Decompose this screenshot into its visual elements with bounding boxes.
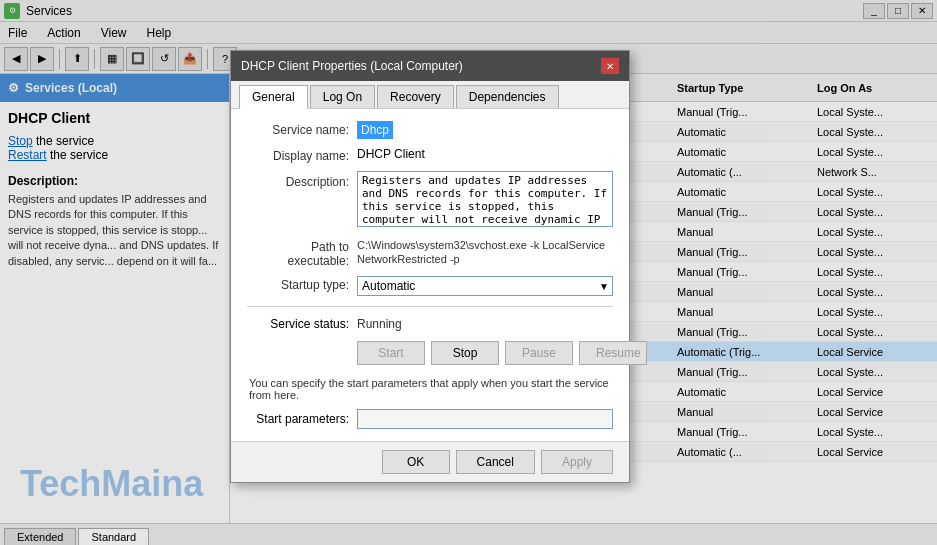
dialog-overlay: DHCP Client Properties (Local Computer) … [0, 0, 937, 545]
dialog-tab-bar: General Log On Recovery Dependencies [231, 81, 629, 109]
status-label: Service status: [247, 317, 357, 331]
display-name-label: Display name: [247, 147, 357, 163]
dialog-title-bar: DHCP Client Properties (Local Computer) … [231, 51, 629, 81]
service-name-label: Service name: [247, 121, 357, 137]
dialog-content: Service name: Dhcp Display name: DHCP Cl… [231, 109, 629, 441]
start-params-input[interactable] [357, 409, 613, 429]
service-action-buttons: Start Stop Pause Resume [357, 341, 613, 365]
status-value: Running [357, 317, 402, 331]
pause-button[interactable]: Pause [505, 341, 573, 365]
dialog-title-text: DHCP Client Properties (Local Computer) [241, 59, 463, 73]
tab-logon[interactable]: Log On [310, 85, 375, 108]
start-button[interactable]: Start [357, 341, 425, 365]
description-textarea[interactable] [357, 171, 613, 227]
path-value: C:\Windows\system32\svchost.exe -k Local… [357, 239, 605, 265]
ok-button[interactable]: OK [382, 450, 450, 474]
resume-button[interactable]: Resume [579, 341, 647, 365]
description-label: Description: [247, 171, 357, 189]
startup-label: Startup type: [247, 276, 357, 292]
dialog: DHCP Client Properties (Local Computer) … [230, 50, 630, 483]
divider [247, 306, 613, 307]
apply-button[interactable]: Apply [541, 450, 613, 474]
dialog-footer: OK Cancel Apply [231, 441, 629, 482]
info-text: You can specify the start parameters tha… [247, 377, 613, 401]
tab-general[interactable]: General [239, 85, 308, 109]
tab-recovery[interactable]: Recovery [377, 85, 454, 108]
display-name-value: DHCP Client [357, 147, 425, 161]
path-label: Path to executable: [247, 238, 357, 268]
service-name-value: Dhcp [357, 121, 393, 139]
tab-dependencies[interactable]: Dependencies [456, 85, 559, 108]
startup-select[interactable]: Automatic Automatic (Delayed Start) Manu… [357, 276, 613, 296]
dialog-close-button[interactable]: ✕ [601, 58, 619, 74]
start-params-label: Start parameters: [247, 412, 357, 426]
stop-button[interactable]: Stop [431, 341, 499, 365]
cancel-button[interactable]: Cancel [456, 450, 535, 474]
